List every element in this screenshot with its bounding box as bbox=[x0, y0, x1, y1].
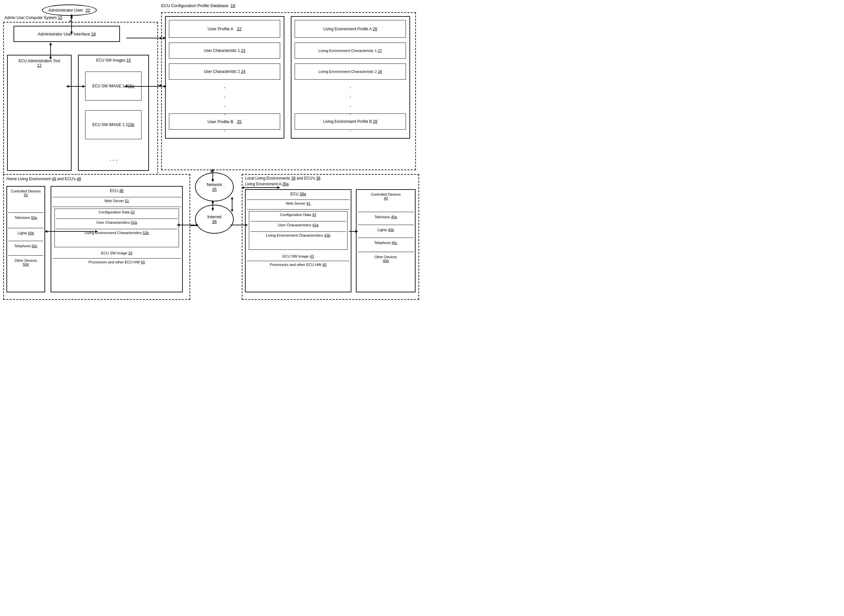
ecu-sw-image-1a-box: ECU SW IMAGE 1.015a bbox=[85, 72, 141, 101]
admin-ui-box: Administrator User Interface 18 bbox=[13, 26, 120, 42]
user-profile-a-box: User Profile A 22 bbox=[169, 20, 280, 38]
local-ecu-box: ECU 38a Web Server 41 Configuration Data… bbox=[245, 189, 351, 292]
ecu-sw-image-1b-box: ECU SW IMAGE 1.215b bbox=[85, 110, 141, 139]
internet-circle: Internet 36 bbox=[195, 205, 234, 234]
ecu-config-db-box: User Profile A 22 User Characteristic 1 … bbox=[161, 12, 416, 170]
ecu-sw-images-box: ECU SW Images 15 ECU SW IMAGE 1.015a ECU… bbox=[78, 55, 149, 171]
local-controlled-devices-box: Controlled Devices40 Television 40a Ligh… bbox=[356, 189, 415, 292]
home-controlled-devices-box: Controlled Devices50 Television 50a Ligh… bbox=[6, 186, 45, 292]
living-env-char-2-box: Living Environment Characteristic 2 28 bbox=[295, 63, 406, 80]
admin-computer-system-box: Admin User Computer System 10 Administra… bbox=[3, 22, 158, 180]
user-char-dots: ··· bbox=[224, 83, 225, 111]
ecu-sw-images-label: ECU SW Images 15 bbox=[79, 58, 148, 63]
admin-computer-label: Admin User Computer System 10 bbox=[4, 15, 62, 20]
user-char-2-box: User Characteristic 2 24 bbox=[169, 63, 280, 80]
living-env-char-1-box: Living Environment Characteristic 1 27 bbox=[295, 43, 406, 59]
living-env-profile-a-box: Living Environment Profile A 26 bbox=[295, 20, 406, 38]
admin-user-oval: Administrator User 20 bbox=[42, 4, 97, 16]
admin-user-label: Administrator User bbox=[48, 8, 83, 13]
ecu-config-db-label: ECU Configuration Profile Database 16 bbox=[161, 3, 235, 8]
local-living-env-box: Local Living Environments 39 and ECU's 3… bbox=[242, 174, 419, 300]
home-ecu-box: ECU 48 Web Server 51 Configuration Data … bbox=[51, 186, 183, 292]
svg-marker-30 bbox=[231, 197, 233, 199]
living-env-char-dots: ··· bbox=[349, 83, 351, 111]
network-circle: Network 35 bbox=[195, 172, 234, 201]
user-profiles-section: User Profile A 22 User Characteristic 1 … bbox=[165, 16, 284, 139]
living-env-profile-b-dots: ··· bbox=[349, 110, 351, 135]
ecu-sw-dots: · · · bbox=[109, 157, 117, 164]
svg-marker-5 bbox=[70, 16, 73, 18]
admin-user-number: 20 bbox=[84, 8, 90, 13]
user-profile-b-dots: ··· bbox=[224, 110, 225, 135]
diagram-container: Administrator User 20 ECU Configuration … bbox=[0, 0, 422, 308]
home-living-env-box: Home Living Environment 49 and ECU's 48 … bbox=[3, 174, 190, 300]
ecu-admin-tool-box: ECU Administration Tool 12 bbox=[7, 55, 72, 171]
living-env-section: Living Environment Profile A 26 Living E… bbox=[291, 16, 410, 139]
local-living-env-a-label: Living Environment A 39a bbox=[245, 182, 289, 186]
ecu-admin-tool-label: ECU Administration Tool 12 bbox=[8, 59, 71, 68]
local-env-label: Local Living Environments 39 and ECU's 3… bbox=[245, 176, 320, 180]
home-env-label: Home Living Environment 49 and ECU's 48 bbox=[6, 177, 81, 181]
user-char-1-box: User Characteristic 1 23 bbox=[169, 43, 280, 59]
svg-marker-31 bbox=[231, 210, 233, 212]
